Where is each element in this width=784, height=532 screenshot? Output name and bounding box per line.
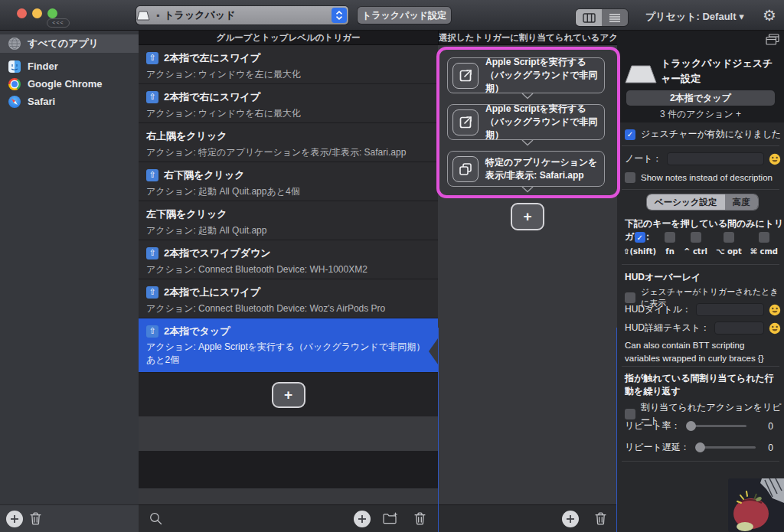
search-icon[interactable] bbox=[149, 512, 162, 525]
trigger-title: 2本指で左にスワイプ bbox=[164, 51, 260, 65]
repeat-rate-value: 0 bbox=[768, 421, 773, 432]
add-trigger-button[interactable]: + bbox=[272, 382, 305, 408]
selection-notch bbox=[429, 338, 438, 364]
action-card-label: 特定のアプリケーションを表示/非表示: Safari.app bbox=[485, 156, 599, 182]
device-dot: ▪ bbox=[156, 10, 159, 21]
note-row: ノート： bbox=[625, 152, 781, 165]
trackpad-settings-button[interactable]: トラックパッド設定 bbox=[358, 7, 451, 24]
tab-advanced[interactable]: 高度 bbox=[725, 194, 758, 210]
shift-modifier-badge: ⇧ bbox=[146, 247, 158, 259]
modifier-opt[interactable]: ⌥ opt bbox=[716, 232, 742, 256]
checkbox-unchecked-icon[interactable] bbox=[625, 172, 635, 183]
trigger-row-selected[interactable]: ⇧ 2本指でタップ アクション: Apple Scriptを実行する（バックグラ… bbox=[139, 318, 438, 372]
checkbox-unchecked-icon[interactable] bbox=[665, 232, 675, 243]
tab-basic-settings[interactable]: ベーシック設定 bbox=[647, 194, 725, 210]
slider-knob[interactable] bbox=[695, 442, 705, 452]
window-titlebar: <<< ▪ トラックパッド トラックパッド設定 プリセット: Default ▾… bbox=[0, 0, 784, 31]
view-toggle[interactable] bbox=[576, 9, 628, 26]
hud-title-input[interactable] bbox=[696, 303, 764, 316]
triggers-column: グループとトップレベルのトリガー ⇧ 2本指で左にスワイプ アクション: ウィン… bbox=[139, 31, 438, 532]
close-window-button[interactable] bbox=[17, 8, 27, 18]
columns-view-icon[interactable] bbox=[576, 9, 602, 26]
repeat-rate-slider[interactable] bbox=[687, 425, 746, 427]
gesture-enabled-row[interactable]: ✓ ジェスチャーが有効になりました bbox=[625, 128, 781, 141]
chrome-icon bbox=[8, 78, 21, 90]
delete-trigger-trash-icon[interactable] bbox=[414, 512, 426, 525]
assigned-actions-column: 選択したトリガーに割り当てられているアクシ… Apple Scriptを実行する… bbox=[438, 31, 617, 532]
trigger-row[interactable]: ⇧ 右下隅をクリック アクション: 起動 All Quit.appあと4個 bbox=[139, 162, 438, 201]
emoji-picker-icon[interactable] bbox=[769, 304, 781, 316]
add-group-folder-icon[interactable] bbox=[383, 512, 398, 524]
checkbox-unchecked-icon[interactable] bbox=[691, 232, 701, 243]
globe-icon bbox=[8, 38, 21, 50]
stepper-icon[interactable] bbox=[332, 8, 347, 23]
sidebar-item-safari[interactable]: Safari bbox=[0, 93, 139, 110]
checkbox-unchecked-icon[interactable] bbox=[625, 409, 635, 419]
sidebar-item-all-apps[interactable]: すべてのアプリ bbox=[0, 34, 139, 53]
action-card[interactable]: 特定のアプリケーションを表示/非表示: Safari.app bbox=[447, 151, 605, 187]
collapse-sidebar-button[interactable]: <<< bbox=[47, 18, 70, 28]
add-action-bottom-button[interactable] bbox=[562, 511, 579, 527]
note-input[interactable] bbox=[667, 152, 764, 165]
delete-action-trash-icon[interactable] bbox=[595, 512, 606, 525]
modifier-ctrl[interactable]: ^ ctrl bbox=[684, 232, 707, 256]
show-notes-label: Show notes instead of description bbox=[641, 173, 773, 182]
detach-panel-icon[interactable] bbox=[766, 34, 779, 45]
checkbox-unchecked-icon[interactable] bbox=[625, 292, 635, 303]
safari-icon bbox=[8, 96, 21, 108]
modifier-fn[interactable]: fn bbox=[665, 232, 675, 256]
gear-icon[interactable]: ⚙ bbox=[763, 6, 776, 24]
empty-band bbox=[139, 451, 438, 488]
trigger-row[interactable]: ⇧ 2本指で右にスワイプ アクション: ウィンドウを右に最大化 bbox=[139, 84, 438, 122]
trigger-row[interactable]: 左下隅をクリック アクション: 起動 All Quit.app bbox=[139, 201, 438, 240]
emoji-picker-icon[interactable] bbox=[769, 153, 781, 165]
trigger-action: アクション: 起動 All Quit.appあと4個 bbox=[146, 185, 430, 198]
emoji-picker-icon[interactable] bbox=[769, 322, 781, 335]
checkbox-checked-icon[interactable]: ✓ bbox=[625, 129, 635, 140]
hud-detail-input[interactable] bbox=[714, 321, 764, 335]
separator bbox=[622, 461, 779, 462]
trigger-title: 2本指でスワイプダウン bbox=[164, 246, 271, 260]
action-card[interactable]: Apple Scriptを実行する（バックグラウンドで非同期） bbox=[447, 104, 605, 140]
minimize-window-button[interactable] bbox=[32, 8, 42, 18]
gesture-type-dropdown[interactable]: 2本指でタップ bbox=[626, 90, 775, 106]
delete-app-trash-icon[interactable] bbox=[30, 512, 41, 525]
modifier-cmd[interactable]: ⌘ cmd bbox=[750, 232, 778, 256]
separator bbox=[622, 264, 779, 265]
add-trigger-bottom-button[interactable] bbox=[354, 511, 371, 527]
sidebar-item-label: Google Chrome bbox=[28, 78, 103, 90]
device-selector-value: トラックパッド bbox=[164, 8, 235, 22]
add-action-button[interactable]: + bbox=[511, 203, 544, 230]
action-count-label[interactable]: 3 件のアクション + bbox=[617, 108, 784, 121]
zoom-window-button[interactable] bbox=[47, 8, 57, 18]
show-notes-row[interactable]: Show notes instead of description bbox=[625, 172, 773, 183]
checkbox-checked-icon[interactable]: ✓ bbox=[635, 232, 645, 243]
trigger-row[interactable]: ⇧ 2本指で左にスワイプ アクション: ウィンドウを左に最大化 bbox=[139, 45, 438, 83]
shift-modifier-badge: ⇧ bbox=[146, 169, 158, 181]
repeat-delay-label: リピート遅延： bbox=[625, 441, 690, 454]
repeat-delay-value: 0 bbox=[768, 442, 773, 453]
repeat-delay-slider[interactable] bbox=[696, 446, 756, 449]
sidebar-item-google-chrome[interactable]: Google Chrome bbox=[0, 75, 139, 93]
device-selector-dropdown[interactable]: ▪ トラックパッド bbox=[136, 6, 348, 24]
trigger-row[interactable]: ⇧ 2本指で上にスワイプ アクション: Connect Bluetooth De… bbox=[139, 279, 438, 318]
app-sidebar: すべてのアプリ Finder Google Chrome Safari bbox=[0, 31, 139, 532]
preset-selector[interactable]: プリセット: Default ▾ bbox=[645, 10, 744, 24]
action-card[interactable]: Apple Scriptを実行する（バックグラウンドで非同期） bbox=[447, 57, 605, 93]
separator bbox=[622, 366, 779, 367]
hud-detail-label: HUD詳細テキスト： bbox=[625, 321, 710, 335]
shift-modifier-badge: ⇧ bbox=[146, 52, 158, 64]
action-card-label: Apple Scriptを実行する（バックグラウンドで非同期） bbox=[485, 103, 599, 141]
modifier-shift[interactable]: ✓ ⇧(shift) bbox=[623, 232, 656, 256]
sidebar-item-finder[interactable]: Finder bbox=[0, 57, 139, 75]
checkbox-unchecked-icon[interactable] bbox=[759, 232, 769, 243]
checkbox-unchecked-icon[interactable] bbox=[724, 232, 734, 243]
trigger-row[interactable]: ⇧ 2本指でスワイプダウン アクション: Connect Bluetooth D… bbox=[139, 240, 438, 279]
trigger-title: 2本指で上にスワイプ bbox=[164, 286, 260, 299]
trigger-row[interactable]: 右上隅をクリック アクション: 特定のアプリケーションを表示/非表示: Safa… bbox=[139, 123, 438, 162]
slider-knob[interactable] bbox=[686, 421, 696, 431]
trigger-action: アクション: ウィンドウを左に最大化 bbox=[146, 68, 430, 81]
list-view-icon[interactable] bbox=[602, 9, 628, 26]
trackpad-icon bbox=[625, 64, 657, 84]
add-app-button[interactable] bbox=[6, 511, 23, 527]
